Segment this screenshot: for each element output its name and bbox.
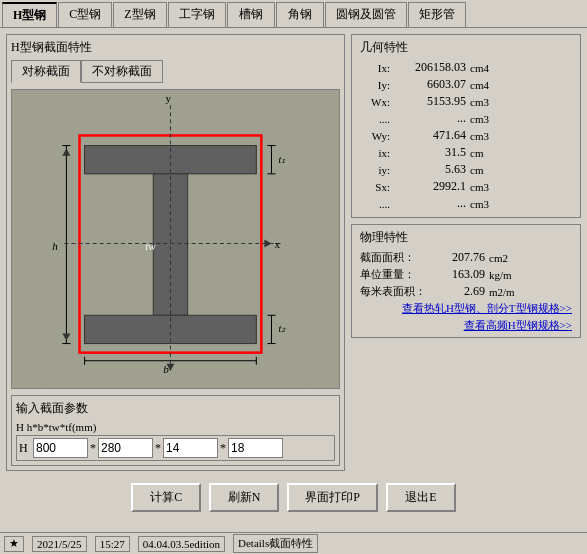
status-version: 04.04.03.5edition	[138, 536, 225, 552]
phys-value-surface: 2.69	[430, 284, 485, 299]
prop-row-iy2: iy: 5.63 cm	[360, 162, 572, 177]
sub-tab-symmetric[interactable]: 对称截面	[11, 60, 81, 83]
right-panel: 几何特性 Ix: 206158.03 cm4 Iy: 6603.07 cm4 W…	[351, 34, 581, 471]
tf-value-input[interactable]	[228, 438, 283, 458]
prop-unit-iy: cm4	[470, 79, 489, 91]
status-icon: ★	[4, 536, 24, 552]
tab-angle-steel[interactable]: 角钢	[276, 2, 324, 27]
prop-unit-iy2: cm	[470, 164, 483, 176]
prop-row-wx: Wx: 5153.95 cm3	[360, 94, 572, 109]
left-panel-title: H型钢截面特性	[11, 39, 340, 56]
link-high-freq-text[interactable]: 查看高频H型钢规格>>	[464, 319, 572, 331]
prop-unit-ix: cm4	[470, 62, 489, 74]
input-section: 输入截面参数 H h*b*tw*tf(mm) H * * *	[11, 395, 340, 466]
print-button[interactable]: 界面打印P	[287, 483, 378, 512]
geometric-props-box: 几何特性 Ix: 206158.03 cm4 Iy: 6603.07 cm4 W…	[351, 34, 581, 218]
link-hot-rolled-text[interactable]: 查看热轧H型钢、剖分T型钢规格>>	[402, 302, 572, 314]
geometric-props-title: 几何特性	[360, 39, 572, 56]
status-time: 15:27	[95, 536, 130, 552]
tab-round-steel[interactable]: 圆钢及圆管	[325, 2, 407, 27]
tab-channel-steel[interactable]: 槽钢	[227, 2, 275, 27]
prop-value-ix2: 31.5	[394, 145, 466, 160]
prop-value-sx: 2992.1	[394, 179, 466, 194]
prop-value-iy: 6603.07	[394, 77, 466, 92]
prop-row-ix2: ix: 31.5 cm	[360, 145, 572, 160]
tab-c-steel[interactable]: C型钢	[58, 2, 112, 27]
prop-row-wy: Wy: 471.64 cm3	[360, 128, 572, 143]
prop-label-dots1: ....	[360, 113, 390, 125]
input-row: H * * *	[16, 435, 335, 461]
prop-unit-dots1: cm3	[470, 113, 489, 125]
prop-value-wx: 5153.95	[394, 94, 466, 109]
phys-unit-surface: m2/m	[489, 286, 515, 298]
tw-value-input[interactable]	[163, 438, 218, 458]
svg-rect-2	[153, 174, 187, 315]
prop-row-sx: Sx: 2992.1 cm3	[360, 179, 572, 194]
status-bar: ★ 2021/5/25 15:27 04.04.03.5edition Deta…	[0, 532, 587, 554]
phys-row-surface: 每米表面积： 2.69 m2/m	[360, 284, 572, 299]
multiply-2: *	[155, 441, 161, 456]
sub-tab-asymmetric[interactable]: 不对称截面	[81, 60, 163, 83]
button-row: 计算C 刷新N 界面打印P 退出E	[0, 477, 587, 518]
refresh-button[interactable]: 刷新N	[209, 483, 279, 512]
prop-row-ix: Ix: 206158.03 cm4	[360, 60, 572, 75]
svg-text:t₂: t₂	[279, 323, 287, 334]
link-high-freq[interactable]: 查看高频H型钢规格>>	[360, 318, 572, 333]
tab-rect-pipe[interactable]: 矩形管	[408, 2, 466, 27]
prop-label-sx: Sx:	[360, 181, 390, 193]
main-content: H型钢截面特性 对称截面 不对称截面	[0, 28, 587, 477]
input-section-title: 输入截面参数	[16, 400, 335, 417]
prop-value-dots1: ...	[394, 111, 466, 126]
multiply-3: *	[220, 441, 226, 456]
phys-row-area: 截面面积： 207.76 cm2	[360, 250, 572, 265]
prop-value-dots2: ...	[394, 196, 466, 211]
prop-row-iy: Iy: 6603.07 cm4	[360, 77, 572, 92]
left-panel: H型钢截面特性 对称截面 不对称截面	[6, 34, 345, 471]
prop-label-wx: Wx:	[360, 96, 390, 108]
prop-label-ix: Ix:	[360, 62, 390, 74]
physical-props-box: 物理特性 截面面积： 207.76 cm2 单位重量： 163.09 kg/m …	[351, 224, 581, 338]
link-hot-rolled[interactable]: 查看热轧H型钢、剖分T型钢规格>>	[360, 301, 572, 316]
h-section-diagram: y x h tw b t₁	[12, 90, 339, 388]
svg-text:y: y	[165, 92, 171, 104]
exit-button[interactable]: 退出E	[386, 483, 456, 512]
prop-label-wy: Wy:	[360, 130, 390, 142]
tab-h-steel[interactable]: H型钢	[2, 2, 57, 27]
multiply-1: *	[90, 441, 96, 456]
prop-unit-dots2: cm3	[470, 198, 489, 210]
svg-text:h: h	[52, 240, 58, 252]
prop-value-ix: 206158.03	[394, 60, 466, 75]
prop-unit-wx: cm3	[470, 96, 489, 108]
prop-unit-sx: cm3	[470, 181, 489, 193]
prop-unit-wy: cm3	[470, 130, 489, 142]
calc-button[interactable]: 计算C	[131, 483, 201, 512]
phys-label-area: 截面面积：	[360, 250, 430, 265]
prop-row-dots1: .... ... cm3	[360, 111, 572, 126]
h-value-input[interactable]	[33, 438, 88, 458]
prop-label-dots2: ....	[360, 198, 390, 210]
input-labels: H h*b*tw*tf(mm)	[16, 421, 96, 433]
input-label-row: H h*b*tw*tf(mm)	[16, 421, 335, 433]
phys-label-surface: 每米表面积：	[360, 284, 430, 299]
prop-unit-ix2: cm	[470, 147, 483, 159]
phys-unit-area: cm2	[489, 252, 508, 264]
svg-text:x: x	[274, 238, 280, 250]
sub-tabs: 对称截面 不对称截面	[11, 60, 340, 83]
tab-bar: H型钢 C型钢 Z型钢 工字钢 槽钢 角钢 圆钢及圆管 矩形管	[0, 0, 587, 28]
phys-value-weight: 163.09	[430, 267, 485, 282]
prop-label-iy: Iy:	[360, 79, 390, 91]
svg-text:tw: tw	[145, 240, 156, 252]
tab-i-steel[interactable]: 工字钢	[168, 2, 226, 27]
phys-unit-weight: kg/m	[489, 269, 512, 281]
prop-value-iy2: 5.63	[394, 162, 466, 177]
phys-label-weight: 单位重量：	[360, 267, 430, 282]
prop-row-dots2: .... ... cm3	[360, 196, 572, 211]
tab-z-steel[interactable]: Z型钢	[113, 2, 166, 27]
h-label: H	[19, 441, 31, 456]
svg-text:t₁: t₁	[279, 154, 286, 165]
phys-row-weight: 单位重量： 163.09 kg/m	[360, 267, 572, 282]
diagram-area: y x h tw b t₁	[11, 89, 340, 389]
b-value-input[interactable]	[98, 438, 153, 458]
status-datetime: 2021/5/25	[32, 536, 87, 552]
phys-value-area: 207.76	[430, 250, 485, 265]
